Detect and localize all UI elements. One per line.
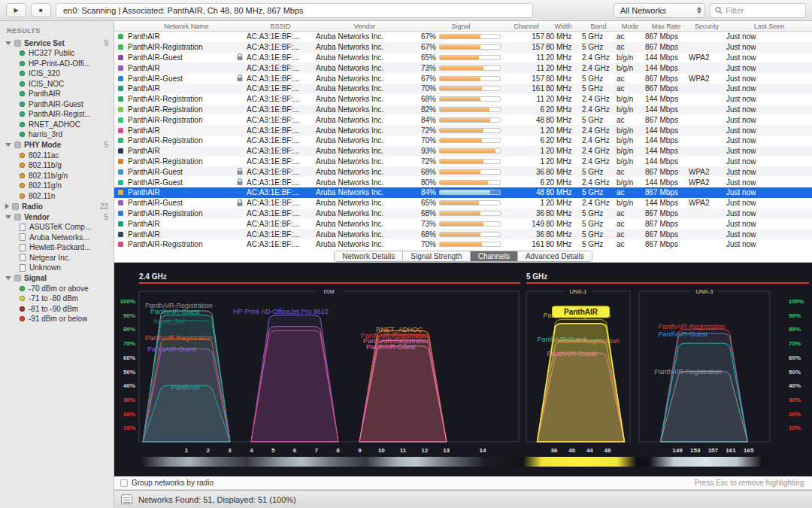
column-header-network-name[interactable]: Network Name bbox=[128, 23, 245, 30]
network-curve-panthair-guest[interactable] bbox=[251, 330, 338, 442]
sidebar-item-71-to-80-dbm[interactable]: -71 to -80 dBm bbox=[0, 294, 114, 304]
disclosure-triangle-icon[interactable] bbox=[5, 143, 11, 147]
view-tabs: Network DetailsSignal StrengthChannelsAd… bbox=[334, 251, 592, 262]
sidebar-group-phy-mode[interactable]: PHY Mode 5 bbox=[0, 140, 114, 151]
tab-signal-strength[interactable]: Signal Strength bbox=[403, 251, 470, 261]
tab-advanced-details[interactable]: Advanced Details bbox=[518, 251, 592, 261]
x-tick-label: 6 bbox=[293, 447, 297, 454]
sidebar-item-802-11ac[interactable]: 802.11ac bbox=[0, 151, 114, 161]
network-row[interactable]: PanthAIR-Registration AC:A3:1E:BF:... Ar… bbox=[114, 114, 812, 125]
network-vendor: Aruba Networks Inc. bbox=[316, 74, 414, 84]
column-header-mode[interactable]: Mode bbox=[617, 23, 644, 30]
network-row[interactable]: PanthAIR-Registration AC:A3:1E:BF:... Ar… bbox=[114, 42, 812, 53]
scan-status-field: en0: Scanning | Associated: PanthAIR, Ch… bbox=[56, 3, 533, 18]
sidebar-item-icis-noc[interactable]: ICIS_NOC bbox=[0, 79, 114, 90]
disclosure-triangle-icon[interactable] bbox=[5, 203, 9, 209]
network-row[interactable]: PanthAIR AC:A3:1E:BF:... Aruba Networks … bbox=[114, 84, 812, 94]
network-security: WPA2 bbox=[689, 178, 725, 187]
network-row[interactable]: PanthAIR-Guest AC:A3:1E:BF:... Aruba Net… bbox=[114, 198, 812, 208]
disclosure-triangle-icon[interactable] bbox=[5, 41, 11, 45]
network-row[interactable]: PanthAIR-Guest AC:A3:1E:BF:... Aruba Net… bbox=[114, 177, 812, 187]
network-row[interactable]: PanthAIR AC:A3:1E:BF:... Aruba Networks … bbox=[114, 187, 812, 198]
sidebar-item-panthair-guest[interactable]: PanthAIR-Guest bbox=[0, 99, 114, 110]
column-header-band[interactable]: Band bbox=[582, 23, 615, 30]
sidebar-group-radio[interactable]: Radio 22 bbox=[0, 201, 114, 211]
sidebar-item-asustek-comp[interactable]: ASUSTeK Comp... bbox=[0, 222, 114, 233]
network-row[interactable]: PanthAIR AC:A3:1E:BF:... Aruba Networks … bbox=[114, 229, 812, 239]
sidebar-item-hp-print-ad-offi[interactable]: HP-Print-AD-Offi... bbox=[0, 59, 114, 69]
sidebar-item-harris-3rd[interactable]: harris_3rd bbox=[0, 129, 114, 140]
disclosure-triangle-icon[interactable] bbox=[5, 215, 11, 219]
filter-input[interactable] bbox=[726, 6, 793, 15]
sidebar-item-802-11g-n[interactable]: 802.11g/n bbox=[0, 181, 114, 191]
column-header-channel[interactable]: Channel bbox=[508, 23, 544, 30]
network-color-chip bbox=[118, 55, 123, 60]
network-max-rate: 867 Mbps bbox=[645, 74, 687, 84]
sidebar-item-unknown[interactable]: Unknown bbox=[0, 263, 114, 273]
network-row[interactable]: PanthAIR-Registration AC:A3:1E:BF:... Ar… bbox=[114, 208, 812, 219]
sidebar-item-rnet-adhoc[interactable]: RNET_ADHOC bbox=[0, 120, 114, 130]
sidebar-item-91-dbm-or-below[interactable]: -91 dBm or below bbox=[0, 314, 114, 324]
group-icon bbox=[14, 141, 21, 148]
column-header-bssid[interactable]: BSSID bbox=[247, 23, 314, 30]
network-row[interactable]: PanthAIR-Registration AC:A3:1E:BF:... Ar… bbox=[114, 94, 812, 105]
column-header-width[interactable]: Width bbox=[546, 23, 580, 30]
column-header-last-seen[interactable]: Last Seen bbox=[726, 23, 812, 30]
network-max-rate: 867 Mbps bbox=[645, 167, 687, 177]
network-row[interactable]: PanthAIR-Guest AC:A3:1E:BF:... Aruba Net… bbox=[114, 53, 812, 63]
filter-search-field[interactable] bbox=[710, 3, 806, 18]
network-vendor: Aruba Networks Inc. bbox=[316, 53, 414, 62]
network-row[interactable]: PanthAIR AC:A3:1E:BF:... Aruba Networks … bbox=[114, 62, 812, 73]
sidebar-group-service-set[interactable]: Service Set 9 bbox=[0, 38, 114, 48]
status-dot-icon bbox=[20, 61, 25, 66]
sidebar-item-802-11b-g-n[interactable]: 802.11b/g/n bbox=[0, 171, 114, 181]
sidebar-item-81-to-90-dbm[interactable]: -81 to -90 dBm bbox=[0, 304, 114, 315]
scan-start-button[interactable]: ▶ bbox=[6, 3, 26, 17]
scan-stop-button[interactable]: ■ bbox=[31, 3, 51, 17]
sidebar-item-panthair-regist[interactable]: PanthAIR-Regist... bbox=[0, 109, 114, 120]
network-scope-select[interactable]: All Networks bbox=[614, 3, 705, 18]
sidebar-item-panthair[interactable]: PanthAIR bbox=[0, 89, 114, 99]
column-header-signal[interactable]: Signal bbox=[415, 23, 507, 30]
column-header-security[interactable]: Security bbox=[689, 23, 725, 30]
network-width: 80 MHz bbox=[546, 219, 580, 229]
network-row[interactable]: PanthAIR-Registration AC:A3:1E:BF:... Ar… bbox=[114, 135, 812, 146]
sidebar-group-signal[interactable]: Signal bbox=[0, 273, 114, 284]
sidebar-item-hewlett-packard[interactable]: Hewlett-Packard... bbox=[0, 242, 114, 253]
sidebar-item-aruba-networks[interactable]: Aruba Networks... bbox=[0, 233, 114, 243]
sidebar-item-802-11b-g[interactable]: 802.11b/g bbox=[0, 160, 114, 171]
network-row[interactable]: PanthAIR AC:A3:1E:BF:... Aruba Networks … bbox=[114, 125, 812, 135]
network-row[interactable]: PanthAIR-Guest AC:A3:1E:BF:... Aruba Net… bbox=[114, 166, 812, 177]
tab-channels[interactable]: Channels bbox=[471, 251, 518, 261]
network-last-seen: Just now bbox=[726, 219, 812, 229]
network-curve-panthair-guest[interactable] bbox=[359, 346, 447, 442]
sidebar-item-icis-320[interactable]: ICIS_320 bbox=[0, 68, 114, 79]
tab-network-details[interactable]: Network Details bbox=[335, 251, 403, 261]
network-row[interactable]: PanthAIR-Registration AC:A3:1E:BF:... Ar… bbox=[114, 239, 812, 250]
network-row[interactable]: PanthAIR-Guest AC:A3:1E:BF:... Aruba Net… bbox=[114, 73, 812, 84]
sidebar-item-netgear-inc[interactable]: Netgear Inc. bbox=[0, 253, 114, 263]
signal-bar bbox=[439, 211, 501, 216]
column-header-max-rate[interactable]: Max Rate bbox=[645, 23, 687, 30]
column-header-vendor[interactable]: Vendor bbox=[316, 23, 414, 30]
network-color-chip bbox=[118, 190, 123, 195]
sidebar-group-vendor[interactable]: Vendor 5 bbox=[0, 211, 114, 222]
network-row[interactable]: PanthAIR AC:A3:1E:BF:... Aruba Networks … bbox=[114, 146, 812, 157]
signal-bar bbox=[439, 242, 501, 247]
network-vendor: Aruba Networks Inc. bbox=[316, 239, 414, 249]
network-row[interactable]: PanthAIR AC:A3:1E:BF:... Aruba Networks … bbox=[114, 218, 812, 229]
disclosure-triangle-icon[interactable] bbox=[5, 276, 11, 280]
signal-bar bbox=[439, 138, 501, 143]
sidebar-item-70-dbm-or-above[interactable]: -70 dBm or above bbox=[0, 284, 114, 294]
network-row[interactable]: PanthAIR-Registration AC:A3:1E:BF:... Ar… bbox=[114, 157, 812, 167]
sidebar-item-hc327-public[interactable]: HC327 Public bbox=[0, 48, 114, 59]
network-width: 80 MHz bbox=[546, 74, 580, 84]
network-curve-label: HP-Print-AD-OfficeJet Pro 8610 bbox=[233, 308, 329, 315]
network-row[interactable]: PanthAIR-Registration AC:A3:1E:BF:... Ar… bbox=[114, 105, 812, 115]
network-max-rate: 144 Mbps bbox=[645, 157, 687, 166]
group-by-radio-checkbox[interactable]: Group networks by radio bbox=[120, 479, 214, 487]
network-name: PanthAIR bbox=[128, 187, 245, 197]
sidebar-item-802-11n[interactable]: 802.11n bbox=[0, 191, 114, 202]
network-row[interactable]: PanthAIR AC:A3:1E:BF:... Aruba Networks … bbox=[114, 32, 812, 42]
list-icon[interactable] bbox=[121, 494, 132, 504]
